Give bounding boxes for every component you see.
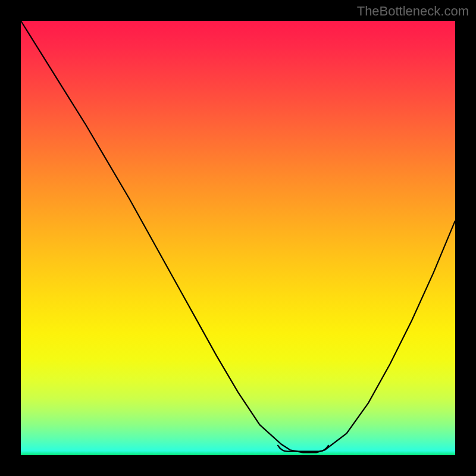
plot-area	[21, 21, 455, 455]
watermark-text: TheBottleneck.com	[357, 4, 469, 19]
line-chart-svg	[21, 21, 455, 455]
main-curve	[21, 21, 455, 453]
